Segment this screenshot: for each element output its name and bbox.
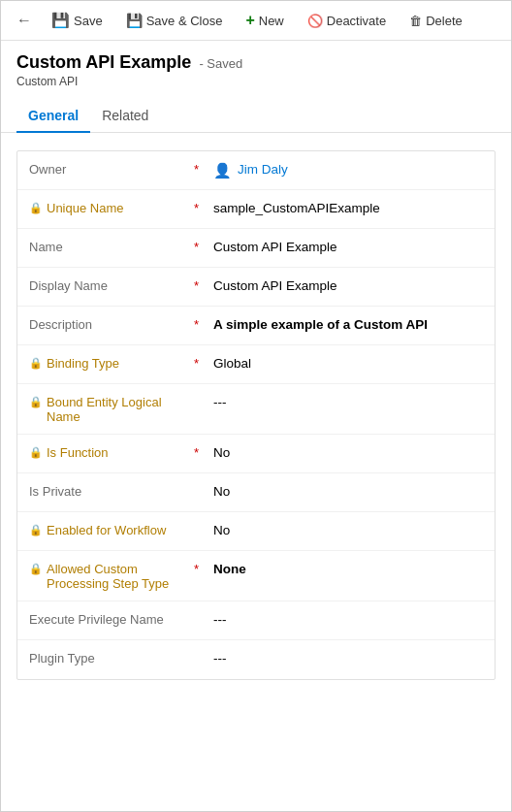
lock-icon: 🔒: [29, 357, 43, 370]
field-value-text: Jim Daly: [238, 162, 288, 177]
form-row: Owner*👤Jim Daly: [17, 151, 495, 190]
form-row: Plugin Type---: [17, 640, 495, 679]
field-value: ---: [213, 611, 483, 627]
field-label: 🔒Bound Entity Logical Name: [29, 394, 194, 424]
save-label: Save: [74, 14, 103, 28]
form-row: 🔒Bound Entity Logical Name---: [17, 384, 495, 435]
form-row: 🔒Unique Name*sample_CustomAPIExample: [17, 190, 495, 229]
field-value: Custom API Example: [213, 277, 483, 293]
field-label-text: Is Private: [29, 484, 81, 499]
lock-icon: 🔒: [29, 524, 43, 536]
field-label: 🔒Allowed Custom Processing Step Type: [29, 561, 194, 591]
required-indicator: *: [194, 239, 213, 254]
required-indicator: *: [194, 161, 213, 177]
new-icon: +: [245, 12, 254, 29]
field-value-text: No: [213, 445, 230, 460]
form-row: Execute Privilege Name---: [17, 601, 495, 640]
field-label-text: Execute Privilege Name: [29, 612, 164, 627]
deactivate-icon: 🚫: [307, 14, 323, 28]
field-value: ---: [213, 394, 483, 409]
required-indicator: [194, 522, 213, 523]
required-indicator: *: [194, 277, 213, 293]
field-label: Execute Privilege Name: [29, 611, 194, 627]
delete-icon: 🗑: [409, 14, 422, 28]
delete-button[interactable]: 🗑 Delete: [400, 9, 472, 33]
form-row: Description*A simple example of a Custom…: [17, 307, 495, 345]
delete-label: Delete: [426, 14, 463, 28]
form-row: Name*Custom API Example: [17, 229, 495, 268]
tab-general[interactable]: General: [16, 100, 90, 133]
page-subtitle: Custom API: [16, 75, 496, 88]
field-label-text: Display Name: [29, 278, 108, 293]
new-button[interactable]: + New: [236, 7, 293, 34]
field-value-text: Custom API Example: [213, 240, 337, 254]
save-close-label: Save & Close: [146, 14, 223, 28]
form-row: 🔒Is Function*No: [17, 435, 495, 473]
field-label: Owner: [29, 161, 194, 177]
field-value: Global: [213, 355, 483, 371]
field-value-text: Custom API Example: [213, 278, 337, 293]
field-label: Name: [29, 239, 194, 254]
field-label: 🔒Unique Name: [29, 200, 194, 215]
field-value-text: Global: [213, 356, 251, 371]
field-label: Plugin Type: [29, 650, 194, 666]
form-card: Owner*👤Jim Daly🔒Unique Name*sample_Custo…: [16, 150, 496, 680]
field-value-text: No: [213, 523, 230, 537]
deactivate-button[interactable]: 🚫 Deactivate: [298, 9, 396, 33]
form-section: Owner*👤Jim Daly🔒Unique Name*sample_Custo…: [1, 133, 511, 690]
header: Custom API Example - Saved Custom API: [1, 41, 511, 88]
field-value: No: [213, 483, 483, 499]
required-indicator: [194, 611, 213, 612]
form-row: 🔒Enabled for WorkflowNo: [17, 512, 495, 551]
field-value: No: [213, 522, 483, 537]
lock-icon: 🔒: [29, 202, 43, 214]
field-label: Display Name: [29, 277, 194, 293]
form-row: 🔒Allowed Custom Processing Step Type*Non…: [17, 551, 495, 601]
required-indicator: *: [194, 316, 213, 332]
field-label-text: Binding Type: [47, 356, 119, 371]
toolbar: ← 💾 Save 💾 Save & Close + New 🚫 Deactiva…: [1, 1, 511, 41]
saved-status: - Saved: [199, 56, 242, 71]
field-label: 🔒Is Function: [29, 444, 194, 460]
field-label: 🔒Binding Type: [29, 355, 194, 371]
field-label-text: Name: [29, 240, 63, 254]
page-title: Custom API Example: [16, 52, 191, 73]
field-value-text: ---: [213, 395, 227, 409]
field-label-text: Owner: [29, 162, 66, 177]
field-value-text: ---: [213, 612, 227, 627]
required-indicator: [194, 394, 213, 395]
field-value: ---: [213, 650, 483, 666]
field-value[interactable]: 👤Jim Daly: [213, 161, 483, 179]
field-value-text: ---: [213, 651, 227, 666]
form-row: Display Name*Custom API Example: [17, 268, 495, 307]
form-row: 🔒Binding Type*Global: [17, 345, 495, 384]
lock-icon: 🔒: [29, 563, 43, 575]
field-value-text: No: [213, 484, 230, 499]
save-button[interactable]: 💾 Save: [42, 7, 112, 34]
field-label-text: Unique Name: [47, 201, 124, 215]
deactivate-label: Deactivate: [327, 14, 386, 28]
tab-related[interactable]: Related: [90, 100, 160, 133]
field-value-text: None: [213, 562, 246, 576]
field-value: sample_CustomAPIExample: [213, 200, 483, 215]
back-button[interactable]: ←: [11, 7, 38, 34]
field-label: Is Private: [29, 483, 194, 499]
field-value: None: [213, 561, 483, 576]
field-value: No: [213, 444, 483, 460]
save-close-button[interactable]: 💾 Save & Close: [116, 8, 233, 33]
lock-icon: 🔒: [29, 396, 43, 408]
save-icon: 💾: [51, 12, 70, 29]
field-value: Custom API Example: [213, 239, 483, 254]
lock-icon: 🔒: [29, 446, 43, 459]
field-label: 🔒Enabled for Workflow: [29, 522, 194, 537]
required-indicator: [194, 650, 213, 651]
field-label-text: Is Function: [47, 445, 109, 460]
save-close-icon: 💾: [126, 13, 143, 28]
required-indicator: *: [194, 444, 213, 460]
field-label-text: Plugin Type: [29, 651, 95, 666]
form-row: Is PrivateNo: [17, 473, 495, 512]
user-icon: 👤: [213, 162, 232, 179]
field-value-text: sample_CustomAPIExample: [213, 201, 380, 215]
field-value-text: A simple example of a Custom API: [213, 317, 428, 332]
field-label-text: Enabled for Workflow: [47, 523, 166, 537]
